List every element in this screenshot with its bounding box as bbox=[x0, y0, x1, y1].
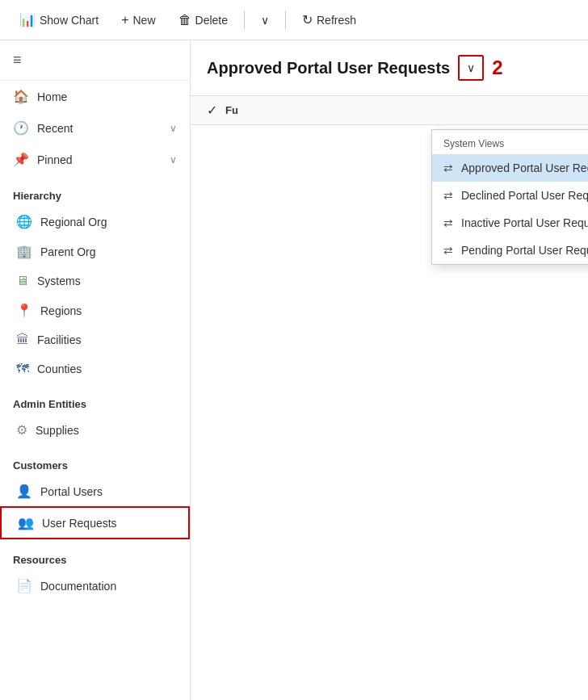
sidebar-top: ≡ bbox=[0, 40, 190, 81]
sidebar-item-user-requests[interactable]: 👥 User Requests 1 bbox=[0, 506, 190, 539]
show-chart-icon: 📊 bbox=[19, 12, 36, 27]
sidebar-item-label: Documentation bbox=[40, 580, 116, 593]
view-icon: ⇄ bbox=[443, 161, 453, 174]
regions-icon: 📍 bbox=[16, 303, 32, 318]
sidebar-item-label: Parent Org bbox=[40, 245, 95, 258]
facilities-icon: 🏛 bbox=[16, 333, 29, 347]
sidebar: ≡ 🏠 Home 🕐 Recent ∨ 📌 Pinned ∨ Hierarchy… bbox=[0, 40, 191, 700]
show-chart-label: Show Chart bbox=[40, 14, 99, 27]
hierarchy-section-header: Hierarchy bbox=[0, 178, 190, 207]
sidebar-item-facilities[interactable]: 🏛 Facilities bbox=[0, 325, 190, 354]
sidebar-item-supplies[interactable]: ⚙ Supplies bbox=[0, 415, 190, 445]
delete-icon: 🗑 bbox=[178, 13, 191, 27]
resources-section-header: Resources bbox=[0, 543, 190, 571]
sidebar-item-label: Regions bbox=[40, 304, 82, 317]
user-requests-icon: 👥 bbox=[18, 515, 34, 530]
view-icon: ⇄ bbox=[443, 216, 453, 229]
portal-users-icon: 👤 bbox=[16, 484, 32, 499]
main-layout: ≡ 🏠 Home 🕐 Recent ∨ 📌 Pinned ∨ Hierarchy… bbox=[0, 40, 588, 700]
home-icon: 🏠 bbox=[13, 89, 29, 104]
chevron-down-icon: ∨ bbox=[170, 154, 177, 166]
dropdown-item-inactive[interactable]: ⇄ Inactive Portal User Requests bbox=[432, 209, 588, 237]
chevron-down-icon: ∨ bbox=[170, 123, 177, 134]
dropdown-item-label: Inactive Portal User Requests bbox=[461, 216, 588, 229]
sidebar-item-label: Regional Org bbox=[40, 216, 107, 228]
sidebar-item-counties[interactable]: 🗺 Counties bbox=[0, 354, 190, 384]
delete-label: Delete bbox=[195, 14, 228, 27]
view-dropdown-button[interactable]: ∨ bbox=[458, 55, 484, 81]
sidebar-item-label: Home bbox=[37, 90, 67, 103]
counties-icon: 🗺 bbox=[16, 362, 29, 376]
show-chart-button[interactable]: 📊 Show Chart bbox=[10, 7, 108, 32]
sidebar-item-recent[interactable]: 🕐 Recent ∨ bbox=[0, 112, 190, 144]
dropdown-section-label: System Views bbox=[432, 130, 588, 154]
content-header: Approved Portal User Requests ∨ 2 bbox=[191, 40, 588, 95]
content-area: Approved Portal User Requests ∨ 2 ✓ Fu S… bbox=[191, 40, 588, 700]
sidebar-item-label: Counties bbox=[37, 363, 82, 375]
supplies-icon: ⚙ bbox=[16, 422, 27, 438]
sidebar-item-documentation[interactable]: 📄 Documentation bbox=[0, 571, 190, 601]
new-label: New bbox=[133, 14, 156, 27]
documentation-icon: 📄 bbox=[16, 578, 32, 593]
refresh-button[interactable]: ↻ Refresh bbox=[292, 7, 366, 32]
view-icon: ⇄ bbox=[443, 244, 453, 257]
dropdown-chevron-button[interactable]: ∨ bbox=[251, 9, 279, 31]
view-icon: ⇄ bbox=[443, 189, 453, 202]
sidebar-item-label: User Requests bbox=[42, 517, 117, 530]
sidebar-item-systems[interactable]: 🖥 Systems bbox=[0, 266, 190, 296]
dropdown-item-declined[interactable]: ⇄ Declined Portal User Requests bbox=[432, 182, 588, 209]
sidebar-item-parent-org[interactable]: 🏢 Parent Org bbox=[0, 237, 190, 266]
sidebar-item-regions[interactable]: 📍 Regions bbox=[0, 296, 190, 325]
dropdown-item-label: Declined Portal User Requests bbox=[461, 189, 588, 202]
table-header-row: ✓ Fu bbox=[191, 95, 588, 125]
globe-icon: 🌐 bbox=[16, 214, 32, 229]
dropdown-chevron-icon: ∨ bbox=[261, 14, 269, 27]
customers-section-header: Customers bbox=[0, 448, 190, 476]
recent-icon: 🕐 bbox=[13, 120, 29, 136]
building-icon: 🏢 bbox=[16, 244, 32, 259]
dropdown-item-label: Pending Portal User Requests bbox=[461, 244, 588, 257]
sidebar-item-label: Facilities bbox=[37, 333, 81, 346]
toolbar-separator-2 bbox=[285, 10, 286, 30]
sidebar-item-home[interactable]: 🏠 Home bbox=[0, 81, 190, 112]
sidebar-item-label: Recent bbox=[37, 122, 73, 135]
refresh-label: Refresh bbox=[317, 14, 356, 27]
systems-icon: 🖥 bbox=[16, 274, 29, 288]
table-column-header: Fu bbox=[225, 104, 238, 116]
sidebar-item-label: Systems bbox=[37, 275, 81, 287]
toolbar-separator bbox=[244, 10, 245, 30]
refresh-icon: ↻ bbox=[302, 12, 313, 27]
toolbar: 📊 Show Chart + New 🗑 Delete ∨ ↻ Refresh bbox=[0, 0, 588, 40]
dropdown-item-label: Approved Portal User Requests bbox=[461, 161, 588, 174]
sidebar-item-label: Portal Users bbox=[40, 485, 103, 498]
sidebar-item-label: Supplies bbox=[36, 424, 79, 437]
hamburger-icon[interactable]: ≡ bbox=[13, 52, 22, 69]
delete-button[interactable]: 🗑 Delete bbox=[169, 8, 237, 32]
sidebar-item-label: Pinned bbox=[37, 153, 73, 166]
sidebar-item-pinned[interactable]: 📌 Pinned ∨ bbox=[0, 144, 190, 175]
table-checkbox[interactable]: ✓ bbox=[207, 103, 217, 118]
new-icon: + bbox=[121, 13, 128, 27]
red-label-2: 2 bbox=[492, 57, 502, 79]
view-dropdown-menu: System Views ⇄ Approved Portal User Requ… bbox=[431, 129, 588, 265]
page-title: Approved Portal User Requests bbox=[207, 59, 450, 78]
new-button[interactable]: + New bbox=[111, 8, 165, 32]
pin-icon: 📌 bbox=[13, 152, 29, 167]
dropdown-item-approved[interactable]: ⇄ Approved Portal User Requests bbox=[432, 154, 588, 182]
sidebar-item-regional-org[interactable]: 🌐 Regional Org bbox=[0, 207, 190, 237]
chevron-down-icon: ∨ bbox=[467, 61, 475, 74]
sidebar-item-portal-users[interactable]: 👤 Portal Users bbox=[0, 476, 190, 506]
dropdown-item-pending[interactable]: ⇄ Pending Portal User Requests bbox=[432, 237, 588, 264]
admin-entities-section-header: Admin Entities bbox=[0, 387, 190, 415]
